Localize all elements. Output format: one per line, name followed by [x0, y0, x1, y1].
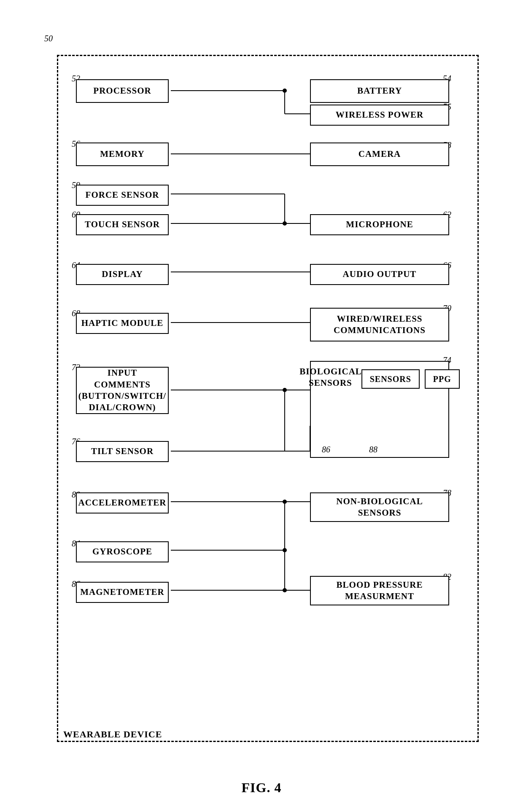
ref-88: 88	[369, 445, 377, 454]
microphone-box: MICROPHONE	[310, 214, 449, 235]
wearable-label: WEARABLE DEVICE	[63, 729, 162, 740]
biological-sensors-box: BIOLOGICAL SENSORS SENSORS PPG	[310, 361, 449, 458]
blood-pressure-box: BLOOD PRESSUREMEASURMENT	[310, 576, 449, 605]
ref-50: 50	[44, 34, 53, 43]
magnetometer-box: MAGNETOMETER	[76, 582, 169, 603]
processor-box: PROCESSOR	[76, 79, 169, 103]
biological-sensors-label: BIOLOGICAL SENSORS	[299, 366, 361, 389]
haptic-module-box: HAPTIC MODULE	[76, 313, 169, 334]
page: 50 WEARABLE DEVICE	[8, 8, 515, 812]
non-biological-box: NON-BIOLOGICALSENSORS	[310, 492, 449, 522]
input-comments-box: INPUT COMMENTS (BUTTON/SWITCH/ DIAL/CROW…	[76, 367, 169, 414]
wireless-power-box: WIRELESS POWER	[310, 105, 449, 126]
gyroscope-box: GYROSCOPE	[76, 541, 169, 562]
diagram: 50 WEARABLE DEVICE	[40, 30, 483, 767]
force-sensor-box: FORCE SENSOR	[76, 185, 169, 206]
ppg-box: PPG	[425, 369, 460, 389]
sensors-inner-box: SENSORS	[361, 369, 420, 389]
memory-box: MEMORY	[76, 143, 169, 166]
display-box: DISPLAY	[76, 264, 169, 285]
ref-86-sen: 86	[322, 445, 330, 454]
audio-output-box: AUDIO OUTPUT	[310, 264, 449, 285]
wired-wireless-box: WIRED/WIRELESSCOMMUNICATIONS	[310, 308, 449, 341]
figure-label: FIG. 4	[242, 780, 282, 796]
accelerometer-box: ACCELEROMETER	[76, 492, 169, 514]
camera-box: CAMERA	[310, 143, 449, 166]
battery-box: BATTERY	[310, 79, 449, 103]
touch-sensor-box: TOUCH SENSOR	[76, 214, 169, 235]
tilt-sensor-box: TILT SENSOR	[76, 441, 169, 462]
